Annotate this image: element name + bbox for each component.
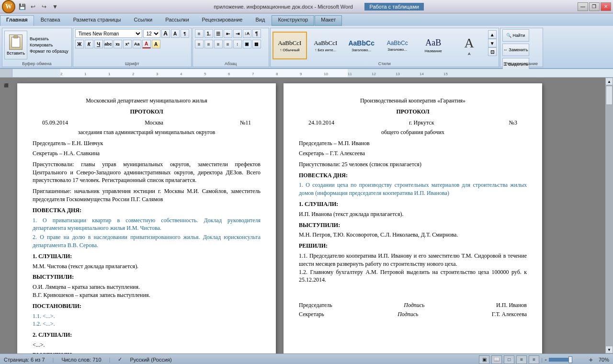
undo-qa-btn[interactable]: ↩ bbox=[28, 2, 38, 11]
svg-text:11: 11 bbox=[348, 72, 352, 76]
office-button[interactable]: W bbox=[2, 0, 15, 13]
bold-btn[interactable]: Ж bbox=[75, 40, 84, 48]
increase-indent-btn[interactable]: ⇥ bbox=[233, 29, 242, 38]
tab-mailings[interactable]: Рассылки bbox=[159, 15, 195, 26]
strikethrough-btn[interactable]: abc bbox=[104, 40, 113, 48]
doc1-section1: 1. СЛУШАЛИ: bbox=[33, 252, 261, 261]
view-outline-btn[interactable]: ≡ bbox=[516, 355, 527, 364]
zoom-out-btn[interactable]: - bbox=[545, 356, 547, 364]
redo-qa-btn[interactable]: ↪ bbox=[39, 2, 49, 11]
tab-page-layout[interactable]: Разметка страницы bbox=[67, 15, 127, 26]
multilevel-list-btn[interactable]: ☰ bbox=[214, 29, 223, 38]
subscript-btn[interactable]: x₂ bbox=[114, 40, 122, 48]
svg-text:4: 4 bbox=[180, 72, 182, 76]
align-left-btn[interactable]: ≡ bbox=[195, 40, 204, 48]
styles-group-label: Стили bbox=[271, 61, 499, 66]
styles-scroll-down[interactable]: ▼ bbox=[488, 39, 497, 47]
copy-button[interactable]: Копировать bbox=[29, 42, 69, 48]
format-painter-button[interactable]: Формат по образцу bbox=[29, 48, 69, 54]
zoom-in-btn[interactable]: + bbox=[589, 356, 593, 364]
line-spacing-btn[interactable]: ↕ bbox=[233, 40, 242, 48]
superscript-btn[interactable]: x² bbox=[123, 40, 132, 48]
scroll-track[interactable] bbox=[605, 85, 613, 346]
view-reading-btn[interactable]: 📖 bbox=[491, 355, 502, 364]
scroll-down-btn[interactable]: ▼ bbox=[605, 346, 613, 353]
align-right-btn[interactable]: ≡ bbox=[214, 40, 223, 48]
style-title[interactable]: AaB Название bbox=[416, 32, 451, 59]
styles-more[interactable]: ⊡ bbox=[488, 47, 497, 56]
replace-btn[interactable]: ↔ Заменить bbox=[502, 44, 529, 56]
doc2-sig-chairman-label: Председатель bbox=[299, 301, 332, 309]
italic-btn[interactable]: К bbox=[85, 40, 93, 48]
restore-btn[interactable]: ❐ bbox=[589, 2, 600, 11]
minimize-btn[interactable]: — bbox=[578, 2, 588, 11]
underline-btn[interactable]: Ч bbox=[94, 40, 103, 48]
tab-home[interactable]: Главная bbox=[0, 15, 34, 26]
font-name-select[interactable]: Times New Roman bbox=[75, 29, 142, 38]
style-heading1[interactable]: AaBbCc Заголово... bbox=[344, 32, 379, 59]
doc2-sig-chairman-sign: Подпись bbox=[404, 301, 424, 309]
show-marks-btn[interactable]: ¶ bbox=[252, 29, 261, 38]
view-normal-btn[interactable]: ▣ bbox=[479, 355, 489, 364]
justify-btn[interactable]: ≡ bbox=[224, 40, 232, 48]
doc1-spoke-title1: ВЫСТУПИЛИ: bbox=[33, 273, 261, 281]
tab-constructor[interactable]: Конструктор bbox=[272, 15, 314, 26]
statusbar: Страница: 6 из 7 | Число слов: 710 | ✓ Р… bbox=[0, 353, 613, 364]
svg-text:12: 12 bbox=[372, 72, 376, 76]
doc1-chairman: Председатель – Е.Н. Шевчук bbox=[33, 139, 261, 148]
more-qa-btn[interactable]: ▼ bbox=[50, 2, 60, 11]
tab-review[interactable]: Рецензирование bbox=[196, 15, 249, 26]
highlight-btn[interactable]: A bbox=[152, 40, 160, 48]
tab-references[interactable]: Ссылки bbox=[127, 15, 159, 26]
window-title: приложение. информационные док.docx - Mi… bbox=[214, 4, 424, 10]
doc1-date-row: 05.09.2014 Москва №11 bbox=[33, 119, 261, 127]
view-draft-btn[interactable]: ≡ bbox=[529, 355, 539, 364]
grow-font-btn[interactable]: A bbox=[161, 29, 170, 38]
style-a[interactable]: A А bbox=[452, 32, 487, 59]
zoom-thumb[interactable] bbox=[568, 356, 572, 363]
close-btn[interactable]: ✕ bbox=[601, 2, 611, 11]
style-heading2[interactable]: AaBbCc Заголово... bbox=[380, 32, 415, 59]
language: Русский (Россия) bbox=[130, 357, 171, 363]
case-btn[interactable]: Aa bbox=[133, 40, 141, 48]
spell-check-icon[interactable]: ✓ bbox=[118, 356, 122, 363]
font-color-btn[interactable]: A bbox=[142, 40, 151, 48]
font-size-select[interactable]: 12 bbox=[143, 29, 160, 38]
cut-button[interactable]: Вырезать bbox=[29, 36, 69, 42]
view-layout-btn[interactable]: □ bbox=[504, 355, 514, 364]
scroll-thumb[interactable] bbox=[606, 86, 613, 105]
clipboard-group-content: Вставить Вырезать Копировать Формат по о… bbox=[4, 29, 69, 66]
tab-insert[interactable]: Вставка bbox=[34, 15, 67, 26]
style-no-spacing[interactable]: AaBbCcI ↑ Без инте... bbox=[308, 32, 343, 59]
zoom-fill bbox=[549, 358, 570, 362]
doc2-sig-row-secretary: Секретарь Подпись Г.Т. Алексеева bbox=[299, 310, 527, 318]
shading-btn[interactable]: ▣ bbox=[243, 40, 251, 48]
paste-button[interactable]: Вставить bbox=[4, 31, 27, 59]
style-normal[interactable]: AaBbCcI ↑ Обычный bbox=[272, 32, 307, 59]
shrink-font-btn[interactable]: A bbox=[171, 29, 180, 38]
zoom-area: ▣ 📖 □ ≡ ≡ | - + 70% bbox=[479, 355, 609, 364]
save-qa-btn[interactable]: 💾 bbox=[17, 2, 27, 11]
styles-scroll: ▲ ▼ ⊡ bbox=[488, 29, 497, 62]
bullet-list-btn[interactable]: ≡ bbox=[195, 29, 204, 38]
border-btn[interactable]: ▦ bbox=[252, 40, 261, 48]
scroll-up-btn[interactable]: ▲ bbox=[605, 78, 613, 85]
doc2-city: г. Иркутск bbox=[409, 119, 434, 127]
svg-text:1: 1 bbox=[108, 72, 111, 76]
decrease-indent-btn[interactable]: ⇤ bbox=[224, 29, 232, 38]
doc1-spoke-title2: ВЫСТУПИЛИ: bbox=[33, 351, 261, 353]
vertical-scrollbar: ▲ ▼ bbox=[605, 78, 613, 353]
clear-format-btn[interactable]: ¶ bbox=[181, 29, 189, 38]
sort-btn[interactable]: ↕A bbox=[243, 29, 251, 38]
zoom-slider[interactable] bbox=[549, 358, 587, 362]
doc2-sig-secretary-label: Секретарь bbox=[299, 310, 324, 318]
doc2-present: Присутствовали: 25 человек (список прила… bbox=[299, 160, 527, 169]
align-center-btn[interactable]: ≡ bbox=[204, 40, 213, 48]
numbered-list-btn[interactable]: 1. bbox=[204, 29, 213, 38]
tab-view[interactable]: Вид bbox=[250, 15, 272, 26]
styles-scroll-up[interactable]: ▲ bbox=[488, 30, 497, 39]
ribbon-content: Вставить Вырезать Копировать Формат по о… bbox=[0, 26, 613, 68]
find-btn[interactable]: 🔍 Найти bbox=[502, 29, 529, 42]
doc1-resolved1: 1.1. <...>. 1.2. <...>. bbox=[33, 312, 261, 329]
tab-layout[interactable]: Макет bbox=[315, 15, 342, 26]
